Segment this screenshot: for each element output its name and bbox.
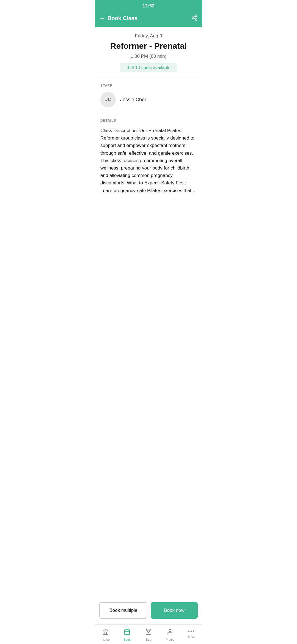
details-section-label: DETAILS [100, 119, 197, 122]
header-title: Book Class [108, 15, 138, 21]
class-time: 1:00 PM (60 min) [100, 54, 197, 59]
back-icon: ← [99, 15, 105, 21]
status-time: 12:52 [142, 3, 154, 9]
svg-point-1 [192, 17, 194, 18]
staff-section: STAFF JC Jessie Choi [95, 78, 202, 113]
svg-line-3 [194, 18, 196, 19]
svg-point-0 [195, 15, 197, 17]
class-info-section: Friday, Aug 9 Reformer - Prenatal 1:00 P… [95, 27, 202, 78]
class-date: Friday, Aug 9 [100, 33, 197, 39]
status-bar: 12:52 [95, 0, 202, 11]
share-icon[interactable] [191, 14, 198, 22]
staff-row: JC Jessie Choi [100, 92, 197, 107]
back-button[interactable]: ← Book Class [99, 15, 138, 21]
class-name: Reformer - Prenatal [100, 41, 197, 51]
class-description: Class Description: Our Prenatal Pilates … [100, 127, 197, 194]
spots-badge: 3 of 10 spots available [120, 63, 177, 72]
details-section: DETAILS Class Description: Our Prenatal … [95, 113, 202, 200]
staff-avatar: JC [100, 92, 116, 107]
staff-name: Jessie Choi [120, 97, 146, 103]
header: ← Book Class [95, 11, 202, 27]
svg-line-4 [194, 16, 196, 17]
staff-initials: JC [105, 97, 111, 102]
svg-point-2 [195, 19, 197, 20]
staff-section-label: STAFF [100, 84, 197, 88]
main-content: Friday, Aug 9 Reformer - Prenatal 1:00 P… [95, 27, 202, 255]
